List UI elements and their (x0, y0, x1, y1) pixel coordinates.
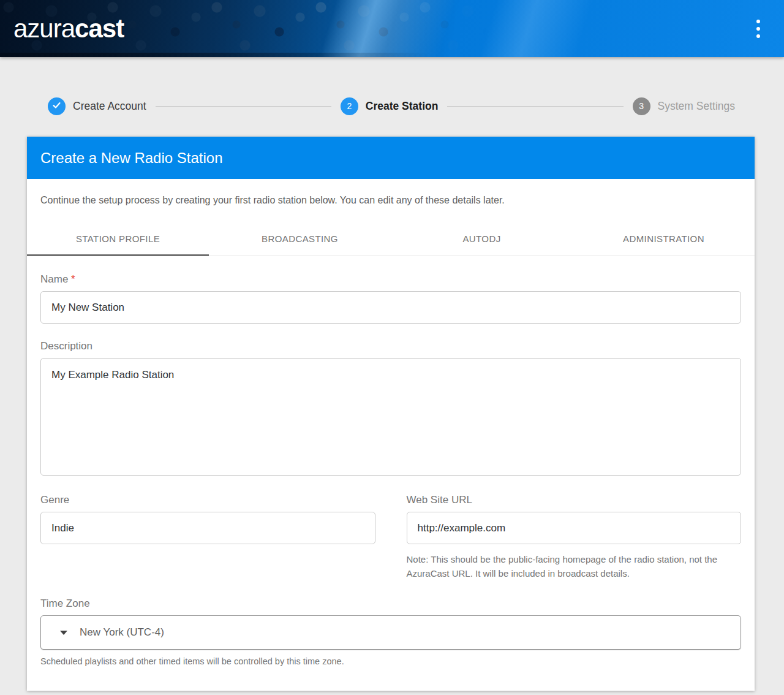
website-url-input[interactable] (407, 512, 742, 544)
genre-input[interactable] (40, 512, 375, 544)
tab-administration[interactable]: ADMINISTRATION (573, 222, 755, 256)
azuracast-logo: azuracast (13, 14, 124, 44)
stepper-connector (447, 106, 623, 107)
tab-broadcasting[interactable]: BROADCASTING (209, 222, 391, 256)
card-header: Create a New Radio Station (27, 137, 755, 179)
kebab-menu-icon[interactable] (750, 17, 767, 41)
app-header: azuracast (0, 0, 784, 57)
caret-down-icon (60, 631, 67, 635)
time-zone-value: New York (UTC-4) (80, 626, 164, 639)
intro-text: Continue the setup process by creating y… (40, 179, 741, 206)
name-input[interactable] (40, 291, 741, 324)
time-zone-helper: Scheduled playlists and other timed item… (40, 656, 741, 666)
website-url-field-group: Web Site URL Note: This should be the pu… (407, 494, 742, 580)
card-body: Continue the setup process by creating y… (27, 179, 755, 691)
genre-url-row: Genre Web Site URL Note: This should be … (40, 494, 741, 580)
description-textarea[interactable]: My Example Radio Station (40, 358, 741, 476)
step-number-badge: 3 (633, 97, 650, 115)
header-bottom-strip (0, 53, 431, 57)
logo-prefix: azura (13, 14, 75, 43)
tab-autodj[interactable]: AUTODJ (391, 222, 573, 256)
logo-suffix: cast (75, 14, 124, 43)
step-label: Create Account (73, 100, 146, 113)
genre-field-group: Genre (40, 494, 375, 580)
page-title: Create a New Radio Station (40, 150, 223, 167)
step-complete-indicator (48, 97, 66, 115)
time-zone-select[interactable]: New York (UTC-4) (40, 615, 741, 650)
tab-bar: STATION PROFILE BROADCASTING AUTODJ ADMI… (27, 222, 755, 256)
step-number-badge: 2 (341, 97, 358, 115)
description-label: Description (40, 340, 741, 352)
time-zone-label: Time Zone (40, 598, 741, 610)
tab-station-profile[interactable]: STATION PROFILE (27, 222, 209, 256)
step-create-station: 2 Create Station (341, 97, 439, 115)
name-label: Name * (40, 273, 741, 286)
step-label: Create Station (366, 100, 439, 113)
required-asterisk: * (71, 273, 75, 285)
step-create-account: Create Account (48, 97, 146, 115)
check-icon (52, 101, 61, 112)
genre-label: Genre (40, 494, 375, 506)
create-station-card: Create a New Radio Station Continue the … (27, 137, 755, 691)
website-url-label: Web Site URL (407, 494, 742, 506)
stepper-connector (156, 106, 331, 107)
step-label: System Settings (658, 100, 735, 113)
website-url-note: Note: This should be the public-facing h… (407, 553, 742, 580)
step-system-settings: 3 System Settings (633, 97, 735, 115)
setup-stepper: Create Account 2 Create Station 3 System… (0, 89, 784, 123)
